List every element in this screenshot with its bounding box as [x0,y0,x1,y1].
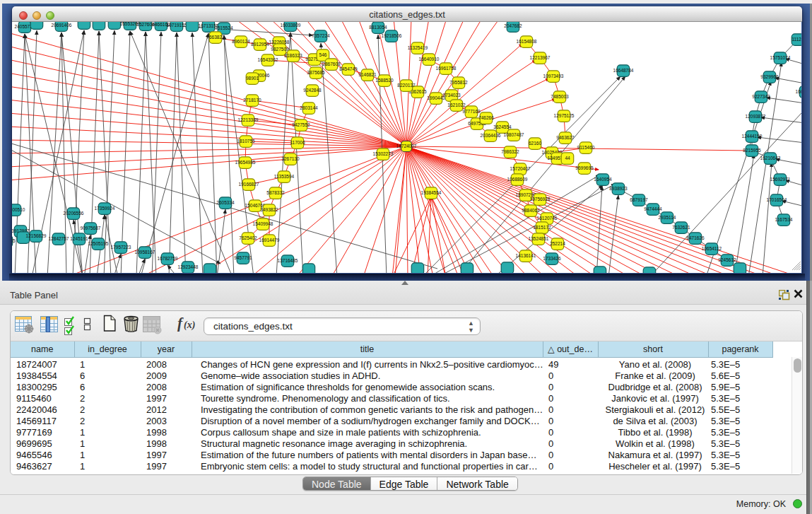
svg-text:7485003: 7485003 [551,94,569,99]
svg-text:8215955: 8215955 [743,148,761,153]
svg-text:7625402: 7625402 [239,235,257,240]
svg-text:2867608: 2867608 [322,62,341,66]
svg-text:1245191: 1245191 [70,236,88,241]
svg-text:546: 546 [319,52,327,57]
svg-text:16033809: 16033809 [281,23,301,28]
svg-text:9115460: 9115460 [577,145,595,150]
svg-text:9827509: 9827509 [271,47,289,52]
svg-text:2047682: 2047682 [504,23,522,28]
svg-text:5878332: 5878332 [266,190,285,195]
svg-text:9227343: 9227343 [752,94,770,99]
svg-text:8471626: 8471626 [686,235,705,240]
svg-text:1640954: 1640954 [594,177,612,182]
svg-text:10958167: 10958167 [135,250,155,255]
svg-text:12213389: 12213389 [238,117,259,122]
svg-text:9463627: 9463627 [556,135,575,140]
svg-text:7515524: 7515524 [215,25,233,30]
svg-text:12444150: 12444150 [742,134,763,139]
svg-text:9777169: 9777169 [462,109,481,114]
svg-text:7986322: 7986322 [501,149,519,154]
svg-text:16782759: 16782759 [158,256,178,261]
svg-text:9146821: 9146821 [358,72,377,77]
svg-text:9699695: 9699695 [575,165,594,170]
svg-text:9245612: 9245612 [718,257,736,262]
svg-text:1815172: 1815172 [533,225,551,230]
svg-text:12156829: 12156829 [26,233,47,238]
svg-text:11325419: 11325419 [408,45,428,50]
svg-text:10300510: 10300510 [12,207,25,212]
svg-text:252214: 252214 [550,241,565,246]
svg-text:44: 44 [565,156,570,160]
svg-text:15720407: 15720407 [510,166,531,171]
svg-text:16648764: 16648764 [796,89,801,94]
svg-text:12975125: 12975125 [554,113,575,118]
svg-text:10719155: 10719155 [167,23,187,28]
svg-text:2718170: 2718170 [243,98,261,103]
svg-text:2803144: 2803144 [300,105,318,110]
svg-text:19654985: 19654985 [235,160,256,165]
svg-text:12213967: 12213967 [530,55,551,60]
svg-text:1733426: 1733426 [543,256,561,261]
svg-text:7632621: 7632621 [672,225,690,230]
svg-text:16648784: 16648784 [613,68,634,73]
svg-text:6879197: 6879197 [630,197,648,202]
svg-text:13716485: 13716485 [278,258,298,263]
svg-text:12923448: 12923448 [178,264,199,269]
svg-text:19756928: 19756928 [530,197,551,201]
svg-text:15751074: 15751074 [770,55,791,60]
svg-text:17016504: 17016504 [767,197,787,202]
svg-text:(x): (x) [184,320,195,331]
svg-text:16914479: 16914479 [259,238,280,243]
svg-text:1621022: 1621022 [447,103,466,107]
svg-text:746266: 746266 [478,115,494,120]
svg-text:19218506: 19218506 [382,33,402,38]
svg-text:9427552: 9427552 [292,122,310,127]
svg-text:9474444: 9474444 [644,206,662,211]
svg-text:8186323: 8186323 [284,53,302,58]
svg-text:10807487: 10807487 [504,132,524,137]
svg-text:16120746: 16120746 [537,216,558,221]
svg-text:9457791: 9457791 [234,255,252,260]
svg-text:8960124: 8960124 [232,39,250,44]
svg-text:1167534: 1167534 [775,217,793,222]
svg-text:8813054: 8813054 [369,25,387,30]
svg-text:1588520: 1588520 [375,78,394,83]
svg-text:10973493: 10973493 [543,74,564,78]
svg-text:7357224: 7357224 [312,33,330,38]
svg-text:62160: 62160 [529,141,541,146]
svg-text:3875685: 3875685 [307,70,325,75]
svg-text:3624554: 3624554 [493,124,512,129]
svg-text:18724007: 18724007 [396,144,417,148]
svg-text:14136141: 14136141 [516,253,536,258]
svg-text:3493822: 3493822 [260,207,278,212]
svg-text:3267130: 3267130 [281,156,300,161]
svg-text:1810755: 1810755 [237,139,255,144]
svg-text:13524851: 13524851 [529,236,549,241]
svg-text:16210643: 16210643 [760,156,781,160]
svg-text:16961758: 16961758 [436,66,457,71]
svg-text:7955812: 7955812 [449,80,468,85]
svg-text:11124: 11124 [792,37,801,42]
svg-text:8938923: 8938923 [609,186,628,191]
svg-text:20691406: 20691406 [52,23,72,28]
svg-text:20364436: 20364436 [481,133,501,138]
svg-text:f: f [177,315,184,332]
svg-text:8912954: 8912954 [251,42,269,47]
svg-text:98901: 98901 [246,76,259,81]
svg-text:19166827: 19166827 [239,182,259,187]
svg-text:2605334: 2605334 [216,200,235,205]
svg-text:10688609: 10688609 [507,177,528,182]
svg-text:9734023: 9734023 [442,93,461,98]
svg-text:10654112: 10654112 [702,246,722,251]
svg-text:7663822: 7663822 [206,35,225,40]
svg-text:15692971: 15692971 [770,177,791,182]
svg-text:16543362: 16543362 [258,57,278,62]
svg-text:11353594: 11353594 [274,174,295,179]
svg-text:17359924: 17359924 [95,206,115,211]
svg-text:8220137: 8220137 [397,83,416,88]
svg-text:16640910: 16640910 [419,57,440,62]
svg-text:12093872: 12093872 [746,114,766,119]
svg-text:19384554: 19384554 [421,190,442,195]
svg-text:12842757: 12842757 [49,236,69,241]
svg-text:9242848: 9242848 [303,88,322,93]
